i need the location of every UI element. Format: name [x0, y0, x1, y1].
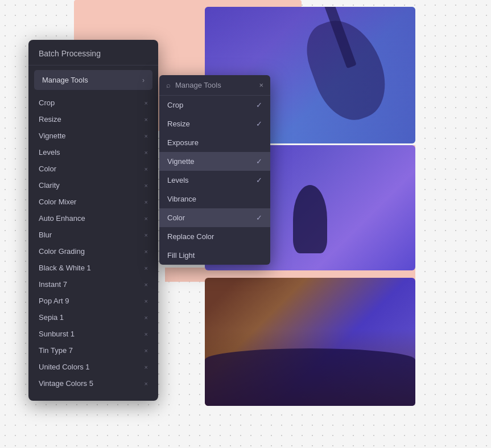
tool-remove-levels[interactable]: ×: [145, 149, 148, 156]
tool-name-color-grading: Color Grading: [39, 247, 85, 256]
dropdown-item-exposure[interactable]: Exposure: [159, 133, 270, 152]
tool-item-pop-art[interactable]: Pop Art 9 ×: [28, 293, 158, 309]
tool-name-instant: Instant 7: [39, 280, 67, 289]
dropdown-search-text[interactable]: Manage Tools: [175, 81, 254, 89]
search-icon: ⌕: [166, 81, 171, 89]
tool-name-vintage-colors: Vintage Colors 5: [39, 379, 93, 388]
tool-remove-resize[interactable]: ×: [145, 116, 148, 123]
check-icon: ✓: [256, 176, 262, 184]
tool-name-vignette: Vignette: [39, 131, 65, 140]
dropdown-item-label: Replace Color: [167, 232, 214, 241]
check-icon: ✓: [256, 157, 262, 166]
dropdown-item-label: Resize: [167, 120, 190, 128]
dropdown-close-button[interactable]: ×: [259, 81, 263, 89]
dropdown-item-resize[interactable]: Resize ✓: [159, 114, 270, 133]
dropdown-item-vignette[interactable]: Vignette ✓: [159, 152, 270, 171]
tool-name-clarity: Clarity: [39, 181, 60, 190]
dropdown-items-list: Crop ✓ Resize ✓ Exposure Vignette ✓ Leve…: [159, 96, 270, 265]
dropdown-search-row: ⌕ Manage Tools ×: [159, 75, 270, 96]
dropdown-item-label: Vibrance: [167, 195, 196, 203]
dropdown-item-label: Vignette: [167, 157, 194, 166]
tool-remove-sepia[interactable]: ×: [145, 314, 148, 321]
dropdown-item-replace-color[interactable]: Replace Color: [159, 227, 270, 246]
dropdown-item-label: Exposure: [167, 138, 199, 147]
tool-item-vignette[interactable]: Vignette ×: [28, 128, 158, 144]
tool-remove-auto-enhance[interactable]: ×: [145, 215, 148, 222]
dropdown-item-crop[interactable]: Crop ✓: [159, 96, 270, 114]
dropdown-item-label: Fill Light: [167, 251, 195, 260]
tool-name-blur: Blur: [39, 231, 52, 239]
tool-item-tin-type[interactable]: Tin Type 7 ×: [28, 342, 158, 359]
tool-item-sunburst[interactable]: Sunburst 1 ×: [28, 326, 158, 342]
dropdown-item-levels[interactable]: Levels ✓: [159, 171, 270, 190]
dropdown-item-fill-light[interactable]: Fill Light: [159, 246, 270, 265]
tool-name-color: Color: [39, 165, 56, 173]
tool-name-sunburst: Sunburst 1: [39, 330, 75, 338]
tool-item-black-white[interactable]: Black & White 1 ×: [28, 260, 158, 276]
tool-remove-vignette[interactable]: ×: [145, 133, 148, 139]
dropdown-item-color[interactable]: Color ✓: [159, 208, 270, 227]
tool-item-blur[interactable]: Blur ×: [28, 227, 158, 243]
tool-item-clarity[interactable]: Clarity ×: [28, 177, 158, 194]
tool-name-black-white: Black & White 1: [39, 264, 91, 272]
tool-name-pop-art: Pop Art 9: [39, 297, 69, 305]
tool-item-united-colors[interactable]: United Colors 1 ×: [28, 359, 158, 375]
tool-item-color-mixer[interactable]: Color Mixer ×: [28, 194, 158, 210]
tool-item-levels[interactable]: Levels ×: [28, 144, 158, 161]
tool-remove-color-grading[interactable]: ×: [145, 248, 148, 255]
tool-remove-black-white[interactable]: ×: [145, 265, 148, 272]
tool-item-auto-enhance[interactable]: Auto Enhance ×: [28, 210, 158, 227]
tool-remove-color-mixer[interactable]: ×: [145, 199, 148, 205]
tool-remove-sunburst[interactable]: ×: [145, 331, 148, 338]
tool-remove-tin-type[interactable]: ×: [145, 347, 148, 354]
manage-tools-button[interactable]: Manage Tools ›: [34, 70, 152, 90]
tool-name-levels: Levels: [39, 148, 60, 157]
tool-remove-crop[interactable]: ×: [145, 100, 148, 106]
tool-item-instant[interactable]: Instant 7 ×: [28, 276, 158, 293]
tool-name-united-colors: United Colors 1: [39, 363, 90, 371]
arrow-right-icon: ›: [142, 76, 145, 84]
tool-remove-blur[interactable]: ×: [145, 232, 148, 239]
tool-name-sepia: Sepia 1: [39, 313, 64, 322]
check-icon: ✓: [256, 213, 262, 222]
tool-name-tin-type: Tin Type 7: [39, 346, 73, 355]
tool-item-vintage-colors[interactable]: Vintage Colors 5 ×: [28, 375, 158, 392]
manage-tools-label: Manage Tools: [42, 76, 88, 84]
tool-item-resize[interactable]: Resize ×: [28, 111, 158, 128]
batch-panel-title: Batch Processing: [28, 40, 158, 65]
tool-remove-united-colors[interactable]: ×: [145, 364, 148, 371]
dropdown-item-label: Color: [167, 213, 185, 222]
check-icon: ✓: [256, 120, 262, 128]
tool-remove-instant[interactable]: ×: [145, 281, 148, 288]
tool-name-crop: Crop: [39, 98, 55, 107]
tool-remove-pop-art[interactable]: ×: [145, 298, 148, 305]
check-icon: ✓: [256, 101, 262, 109]
tool-item-sepia[interactable]: Sepia 1 ×: [28, 309, 158, 326]
tool-remove-color[interactable]: ×: [145, 166, 148, 172]
dropdown-item-vibrance[interactable]: Vibrance: [159, 190, 270, 208]
tool-item-color[interactable]: Color ×: [28, 161, 158, 177]
tool-name-color-mixer: Color Mixer: [39, 198, 76, 206]
dropdown-item-label: Levels: [167, 176, 189, 184]
tool-name-resize: Resize: [39, 115, 61, 124]
batch-processing-panel: Batch Processing Manage Tools › Crop × R…: [28, 40, 158, 401]
photo-concert: [205, 278, 415, 406]
tool-item-crop[interactable]: Crop ×: [28, 94, 158, 111]
tool-remove-clarity[interactable]: ×: [145, 182, 148, 189]
tool-item-color-grading[interactable]: Color Grading ×: [28, 243, 158, 260]
tool-remove-vintage-colors[interactable]: ×: [145, 380, 148, 387]
manage-tools-dropdown: ⌕ Manage Tools × Crop ✓ Resize ✓ Exposur…: [159, 75, 270, 265]
dropdown-item-label: Crop: [167, 101, 183, 109]
tool-name-auto-enhance: Auto Enhance: [39, 214, 85, 223]
tool-list: Crop × Resize × Vignette × Levels × Colo…: [28, 94, 158, 392]
